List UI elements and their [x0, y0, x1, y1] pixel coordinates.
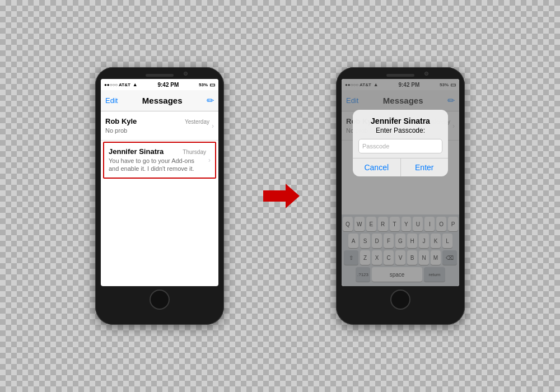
nav-bar-left: Edit Messages ✏ — [101, 90, 218, 111]
chevron-jennifer-sinatra: › — [208, 156, 211, 164]
speaker-right — [386, 74, 414, 77]
home-button-right[interactable] — [390, 290, 410, 310]
message-time-jennifer-sinatra: Thursday — [183, 149, 206, 155]
message-preview-rob-kyle: No prob — [105, 127, 209, 134]
messages-list-left: Rob Kyle Yesterday No prob › Jennifer Si… — [101, 111, 218, 179]
screen-left: ●●○○○ AT&T ▲ 9:42 PM 53% ▭ Edit Messages… — [101, 79, 218, 286]
battery-icon-left: ▭ — [209, 81, 215, 88]
message-header-jennifer-sinatra: Jennifer Sinatra Thursday — [109, 147, 206, 156]
message-row-jennifer-sinatra[interactable]: Jennifer Sinatra Thursday You have to go… — [103, 142, 216, 179]
status-left: ●●○○○ AT&T ▲ — [104, 82, 138, 87]
phone-left: ●●○○○ AT&T ▲ 9:42 PM 53% ▭ Edit Messages… — [95, 67, 224, 325]
compose-button-left[interactable]: ✏ — [207, 95, 214, 106]
dialog-buttons: Cancel Enter — [353, 158, 448, 176]
right-arrow-icon — [258, 179, 302, 213]
message-time-rob-kyle: Yesterday — [185, 119, 209, 125]
message-row-rob-kyle[interactable]: Rob Kyle Yesterday No prob › — [101, 111, 218, 141]
wifi-icon: ▲ — [133, 82, 138, 87]
passcode-placeholder: Passcode — [362, 143, 389, 150]
camera-right — [424, 72, 428, 76]
chevron-rob-kyle: › — [212, 122, 214, 130]
camera-left — [184, 72, 188, 76]
dialog-enter-button[interactable]: Enter — [401, 158, 449, 176]
dialog-title: Jennifer Sinatra — [353, 110, 448, 127]
dialog-subtitle: Enter Passcode: — [353, 127, 448, 139]
carrier-text: ●●○○○ AT&T — [104, 82, 130, 87]
messages-title-left: Messages — [142, 96, 183, 105]
message-content-rob-kyle: Rob Kyle Yesterday No prob — [105, 117, 209, 134]
message-name-rob-kyle: Rob Kyle — [105, 117, 137, 125]
battery-percent-left: 53% — [199, 82, 208, 87]
message-header-rob-kyle: Rob Kyle Yesterday — [105, 117, 209, 125]
speaker-left — [146, 74, 174, 77]
message-preview-jennifer-sinatra: You have to go to your Add-ons and enabl… — [109, 157, 206, 173]
message-content-jennifer-sinatra: Jennifer Sinatra Thursday You have to go… — [109, 147, 206, 173]
home-button-left[interactable] — [150, 290, 170, 310]
status-right-left: 53% ▭ — [199, 81, 215, 88]
edit-button-left[interactable]: Edit — [105, 96, 118, 105]
passcode-input[interactable]: Passcode — [358, 139, 442, 153]
svg-marker-0 — [263, 184, 300, 208]
time-display-left: 9:42 PM — [157, 82, 179, 88]
message-name-jennifer-sinatra: Jennifer Sinatra — [109, 147, 164, 156]
phone-right: ●●○○○ AT&T ▲ 9:42 PM 53% ▭ Edit Messages… — [336, 67, 465, 325]
status-bar-left: ●●○○○ AT&T ▲ 9:42 PM 53% ▭ — [101, 79, 218, 90]
dialog-cancel-button[interactable]: Cancel — [353, 158, 401, 176]
screen-right: ●●○○○ AT&T ▲ 9:42 PM 53% ▭ Edit Messages… — [342, 79, 459, 286]
passcode-dialog: Jennifer Sinatra Enter Passcode: Passcod… — [353, 110, 448, 176]
arrow-container — [258, 179, 302, 213]
